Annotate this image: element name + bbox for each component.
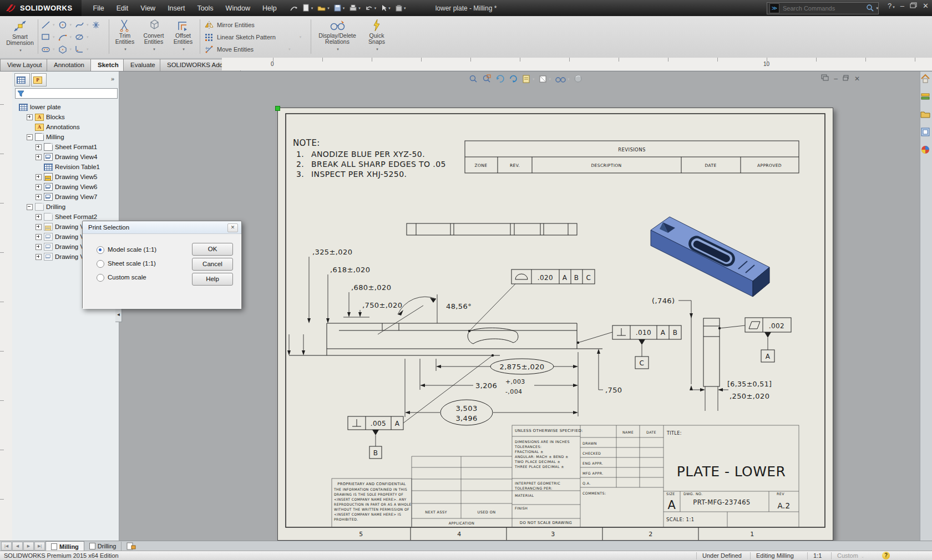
select-arrow-button[interactable]: ▾ (379, 3, 392, 13)
expand-icon[interactable] (36, 224, 42, 230)
prev-sheet-button[interactable]: ◀ (12, 542, 23, 551)
first-sheet-button[interactable]: |◀ (1, 542, 12, 551)
add-sheet-icon[interactable] (126, 542, 136, 550)
search-input[interactable] (782, 4, 866, 12)
move-entities-dropdown-icon[interactable]: ▾ (288, 47, 291, 52)
dialog-title-bar[interactable]: Print Selection ✕ (83, 221, 241, 234)
smart-dimension-dropdown-icon[interactable]: ▾ (6, 47, 36, 53)
expand-icon[interactable] (36, 144, 42, 150)
drawing-notes[interactable]: NOTE: 1. ANODIZE BLUE PER XYZ-50. 2. BRE… (293, 138, 446, 179)
menu-file[interactable]: File (87, 4, 110, 12)
polygon-tool[interactable]: ▾ (58, 45, 72, 54)
tree-item-drilling[interactable]: Drilling (12, 202, 119, 212)
menu-help[interactable]: Help (256, 4, 283, 12)
minimize-button[interactable]: – (900, 2, 904, 10)
sheet-properties-button[interactable]: ▾ (522, 74, 535, 84)
expand-icon[interactable] (36, 174, 42, 180)
expand-icon[interactable] (36, 244, 42, 250)
dimension-annotations[interactable]: ,325±,020 ,618±,020 ,680±,020 ,750±,020 (287, 248, 791, 459)
point-tool[interactable] (92, 21, 100, 29)
menu-window[interactable]: Window (220, 4, 256, 12)
tree-item-sheet-format1[interactable]: Sheet Format1 (12, 142, 119, 152)
quick-snaps-button[interactable]: QuickSnaps ▾ (364, 18, 389, 52)
display-delete-relations-button[interactable]: Display/DeleteRelations ▾ (315, 18, 359, 52)
view-palette-icon[interactable] (920, 127, 930, 137)
tree-item-drawing-view5[interactable]: Drawing View5 (12, 172, 119, 182)
tab-sketch[interactable]: Sketch (90, 59, 126, 71)
tree-item-revision-table1[interactable]: Revision Table1 (12, 162, 119, 172)
arc-tool[interactable]: ▾ (58, 33, 72, 42)
rotate-view-button[interactable] (509, 74, 518, 84)
search-icon[interactable] (866, 4, 875, 13)
new-document-button[interactable]: ▾ (301, 3, 315, 13)
menu-view[interactable]: View (134, 4, 161, 12)
ellipse-tool[interactable]: ▾ (75, 33, 89, 42)
open-document-button[interactable]: ▾ (316, 3, 331, 13)
menu-tools[interactable]: Tools (191, 4, 219, 12)
status-custom-dropdown[interactable]: Custom ⌄ (831, 552, 864, 559)
propertymanager-tab[interactable]: P (31, 73, 47, 86)
quick-snaps-dropdown-icon[interactable]: ▾ (365, 46, 389, 52)
drawing-view-isometric[interactable] (651, 217, 769, 297)
expand-icon[interactable] (36, 184, 42, 190)
last-sheet-button[interactable]: ▶| (34, 542, 45, 551)
design-library-icon[interactable] (920, 91, 930, 101)
sheet-tab-drilling[interactable]: Drilling (84, 542, 122, 551)
tab-view-layout[interactable]: View Layout (0, 59, 49, 71)
next-sheet-button[interactable]: ▶ (23, 542, 34, 551)
collapse-icon[interactable] (27, 204, 33, 210)
zoom-to-area-button[interactable] (482, 74, 492, 84)
tree-item-drawing-view7[interactable]: Drawing View7 (12, 192, 119, 202)
trim-dropdown-icon[interactable]: ▾ (113, 46, 138, 52)
expand-icon[interactable] (36, 234, 42, 240)
options-button[interactable]: ▾ (393, 3, 408, 13)
hide-show-items-button[interactable]: ▾ (555, 74, 570, 84)
offset-entities-button[interactable]: OffsetEntities ▾ (170, 18, 196, 52)
status-help-icon[interactable]: ? (882, 552, 890, 559)
tree-item-drawing-view6[interactable]: Drawing View6 (12, 182, 119, 192)
menu-edit[interactable]: Edit (110, 4, 135, 12)
expand-icon[interactable] (36, 154, 42, 160)
featuremanager-tab[interactable] (14, 73, 30, 86)
cancel-button[interactable]: Cancel (192, 258, 233, 271)
search-commands-box[interactable]: ≫ ▾ (767, 2, 879, 14)
print-button[interactable]: ▾ (347, 3, 362, 13)
menu-insert[interactable]: Insert (161, 4, 191, 12)
move-entities-button[interactable]: Move Entities ▾ (204, 43, 321, 55)
dialog-close-icon[interactable]: ✕ (227, 223, 238, 232)
revisions-table[interactable]: REVISIONS ZONE REV. DESCRIPTION DATE APP… (465, 141, 799, 173)
offset-dropdown-icon[interactable]: ▾ (171, 46, 196, 52)
title-block[interactable]: UNLESS OTHERWISE SPECIFIED: DIMENSIONS A… (332, 425, 799, 527)
restore-button[interactable] (910, 2, 917, 10)
save-button[interactable]: ▾ (332, 3, 347, 13)
trim-entities-button[interactable]: TrimEntities ▾ (112, 18, 138, 52)
help-icon[interactable]: ?▾ (888, 2, 895, 10)
display-style-button[interactable]: ▾ (539, 74, 551, 84)
file-explorer-icon[interactable] (920, 109, 930, 119)
tree-item-blocks[interactable]: ABlocks (12, 112, 119, 122)
slot-tool[interactable]: ▾ (41, 45, 55, 54)
tree-item-drawing-view4[interactable]: Drawing View4 (12, 152, 119, 162)
linear-pattern-dropdown-icon[interactable]: ▾ (300, 35, 302, 39)
drawing-view-front[interactable] (289, 323, 602, 355)
tree-item-root[interactable]: lower plate (12, 102, 119, 112)
radio-sheet-scale-label[interactable]: Sheet scale (1:1) (108, 260, 156, 267)
circle-tool[interactable]: ▾ (58, 21, 72, 29)
mirror-entities-button[interactable]: Mirror Entities (204, 19, 321, 31)
line-tool[interactable]: ▾ (41, 21, 55, 29)
smart-dimension-button[interactable]: SmartDimension ▾ (4, 18, 36, 53)
help-button[interactable]: Help (192, 273, 233, 286)
convert-entities-button[interactable]: ConvertEntities ▾ (140, 18, 168, 52)
linear-sketch-pattern-button[interactable]: Linear Sketch Pattern ▾ (204, 31, 321, 43)
collapse-icon[interactable] (27, 134, 33, 140)
sheet-selection-handle[interactable] (275, 106, 280, 111)
display-relations-dropdown-icon[interactable]: ▾ (316, 46, 359, 52)
tree-item-milling[interactable]: Milling (12, 132, 119, 142)
sketch-fillet-tool[interactable]: ▾ (75, 45, 89, 54)
radio-custom-scale[interactable] (97, 274, 104, 282)
home-icon[interactable] (920, 74, 930, 84)
tree-filter-box[interactable] (15, 88, 118, 99)
doc-restore-icon[interactable] (843, 75, 849, 83)
convert-dropdown-icon[interactable]: ▾ (141, 46, 168, 52)
edit-appearance-button[interactable] (574, 74, 583, 84)
